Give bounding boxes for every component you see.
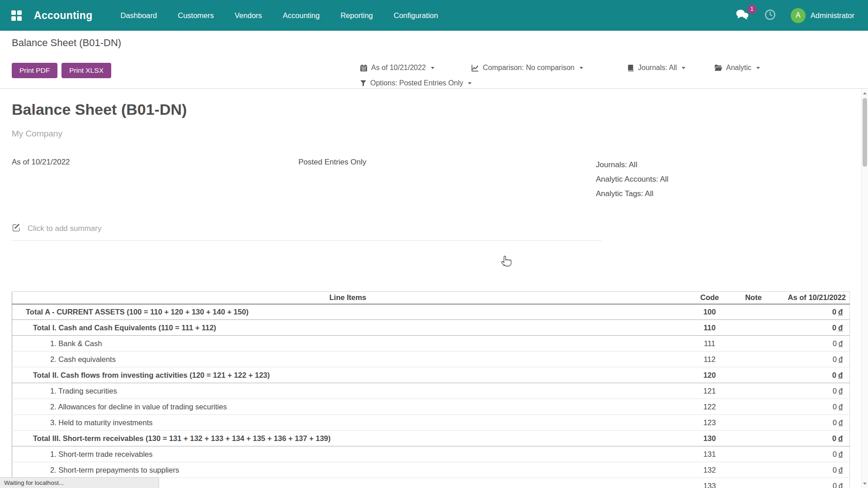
add-summary-field[interactable]: Click to add summary (12, 223, 602, 241)
journals-filter[interactable]: Journals: All (627, 64, 685, 72)
messages-badge: 1 (747, 5, 757, 14)
options-filter-label: Options: Posted Entries Only (370, 79, 463, 87)
amount-value: 0 (833, 339, 837, 347)
line-item-code: 120 (684, 367, 736, 383)
menu-item-configuration[interactable]: Configuration (394, 11, 438, 20)
scroll-up-arrow-icon[interactable] (863, 92, 867, 94)
apps-menu-icon[interactable] (11, 10, 22, 21)
line-item-note (736, 431, 771, 446)
user-menu[interactable]: A Administrator (791, 8, 854, 23)
activities-button[interactable] (764, 9, 776, 23)
chevron-down-icon (756, 67, 760, 69)
menu-item-accounting[interactable]: Accounting (283, 11, 320, 20)
currency-symbol: đ (839, 355, 843, 363)
menu-item-vendors[interactable]: Vendors (235, 11, 262, 20)
table-row: 3. Held to maturity investments 123 0đ (12, 415, 850, 431)
amount-value: 0 (833, 387, 837, 395)
options-filter[interactable]: Options: Posted Entries Only (360, 79, 472, 87)
user-name: Administrator (811, 11, 854, 20)
table-row: Total A - CURRENT ASSETS (100 = 110 + 12… (12, 304, 850, 320)
amount-link[interactable]: 0đ (833, 466, 843, 474)
currency-symbol: đ (838, 324, 843, 332)
vertical-scrollbar[interactable] (861, 89, 868, 488)
table-row: 1. Bank & Cash 111 0đ (12, 336, 850, 352)
line-item-note (736, 320, 771, 336)
amount-link[interactable]: 0đ (833, 450, 843, 458)
line-item-label[interactable]: Total A - CURRENT ASSETS (100 = 110 + 12… (26, 308, 249, 316)
line-item-label[interactable]: Total I. Cash and Cash Equivalents (110 … (33, 324, 216, 332)
line-item-note (736, 415, 771, 431)
journal-book-icon (627, 64, 634, 72)
line-item-code: 131 (684, 446, 736, 462)
amount-link[interactable]: 0đ (833, 387, 843, 395)
line-item-label[interactable]: 2. Allowances for decline in value of tr… (50, 403, 227, 411)
amount-link[interactable]: 0đ (832, 308, 843, 316)
app-name[interactable]: Accounting (34, 9, 93, 22)
table-row: Total III. Short-term receivables (130 =… (12, 431, 850, 446)
line-item-code: 123 (684, 415, 736, 431)
date-filter[interactable]: As of 10/21/2022 (360, 64, 434, 72)
print-xlsx-button[interactable]: Print XLSX (61, 63, 111, 78)
table-row: 2. Allowances for decline in value of tr… (12, 399, 850, 415)
chevron-down-icon (431, 67, 434, 69)
currency-symbol: đ (839, 466, 843, 474)
company-name: My Company (12, 129, 62, 139)
table-row: 1. Trading securities 121 0đ (12, 383, 850, 399)
table-row: 2. Short-term prepayments to suppliers 1… (12, 462, 850, 478)
line-item-note (736, 304, 771, 320)
table-row: Total I. Cash and Cash Equivalents (110 … (12, 320, 850, 336)
column-code: Code (684, 292, 736, 304)
amount-link[interactable]: 0đ (832, 371, 843, 379)
line-item-label[interactable]: 2. Cash equivalents (50, 355, 116, 363)
line-item-note (736, 478, 771, 488)
add-summary-placeholder: Click to add summary (28, 224, 101, 233)
chevron-down-icon (682, 67, 685, 69)
line-item-label[interactable]: 1. Bank & Cash (50, 339, 102, 347)
breadcrumb[interactable]: Balance Sheet (B01-DN) (12, 37, 121, 49)
line-item-label[interactable]: 1. Short-term trade receivables (50, 450, 153, 458)
scrollbar-thumb[interactable] (863, 98, 867, 167)
menu-item-dashboard[interactable]: Dashboard (121, 11, 157, 20)
line-item-label[interactable]: 2. Short-term prepayments to suppliers (50, 466, 179, 474)
amount-value: 0 (833, 482, 837, 488)
line-item-code: 110 (684, 320, 736, 336)
report-title: Balance Sheet (B01-DN) (12, 101, 187, 118)
chevron-down-icon (468, 82, 472, 84)
menu-item-reporting[interactable]: Reporting (340, 11, 373, 20)
currency-symbol: đ (839, 450, 843, 458)
avatar: A (791, 8, 806, 23)
amount-value: 0 (833, 418, 837, 427)
analytic-accounts-info-line: Analytic Accounts: All (596, 172, 669, 187)
scroll-down-arrow-icon[interactable] (863, 483, 867, 485)
messages-button[interactable]: 1 (735, 9, 750, 23)
amount-value: 0 (833, 355, 837, 363)
comparison-filter[interactable]: Comparison: No comparison (471, 64, 583, 72)
line-item-code: 100 (684, 304, 736, 320)
line-item-note (736, 446, 771, 462)
amount-link[interactable]: 0đ (833, 418, 843, 427)
line-item-label[interactable]: Total III. Short-term receivables (130 =… (33, 434, 330, 442)
currency-symbol: đ (839, 482, 843, 488)
line-item-label[interactable]: 3. Held to maturity investments (50, 418, 153, 427)
amount-link[interactable]: 0đ (833, 339, 843, 347)
amount-link[interactable]: 0đ (833, 355, 843, 363)
table-row: 1. Short-term trade receivables 131 0đ (12, 446, 850, 462)
amount-link[interactable]: 0đ (832, 324, 843, 332)
amount-value: 0 (833, 403, 837, 411)
line-item-code: 111 (684, 336, 736, 352)
menu-item-customers[interactable]: Customers (178, 11, 214, 20)
amount-value: 0 (833, 466, 837, 474)
amount-link[interactable]: 0đ (833, 482, 843, 488)
analytic-filter[interactable]: Analytic (714, 64, 760, 72)
line-item-note (736, 399, 771, 415)
line-item-label[interactable]: 1. Trading securities (50, 387, 117, 395)
line-item-note (736, 383, 771, 399)
currency-symbol: đ (839, 403, 843, 411)
print-pdf-button[interactable]: Print PDF (12, 63, 57, 78)
amount-link[interactable]: 0đ (832, 434, 843, 442)
amount-link[interactable]: 0đ (833, 403, 843, 411)
amount-value: 0 (832, 308, 836, 316)
comparison-filter-label: Comparison: No comparison (483, 64, 575, 72)
line-item-label[interactable]: Total II. Cash flows from investing acti… (33, 371, 270, 379)
amount-value: 0 (832, 434, 836, 442)
